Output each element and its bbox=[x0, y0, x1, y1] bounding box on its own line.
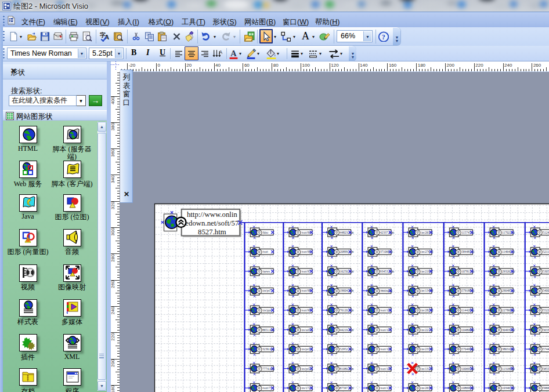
svg-text:/news: /news bbox=[262, 270, 270, 273]
svg-text:180: 180 bbox=[418, 63, 426, 68]
svg-text:/sort/110: /sort/110 bbox=[380, 386, 392, 390]
svg-text:19604.htm: 19604.htm bbox=[340, 289, 354, 292]
svg-text:380: 380 bbox=[111, 122, 115, 130]
svg-text:240: 240 bbox=[111, 306, 115, 314]
svg-text:200: 200 bbox=[447, 63, 455, 68]
svg-text:/hisc: /hisc bbox=[262, 231, 269, 234]
svg-text:81080.htm: 81080.htm bbox=[340, 367, 354, 371]
svg-text:93453.htm: 93453.htm bbox=[380, 270, 394, 273]
svg-text:5305: 5305 bbox=[543, 270, 549, 273]
svg-text:20899.htm: 20899.htm bbox=[340, 250, 354, 253]
svg-text:44823.htm: 44823.htm bbox=[340, 231, 354, 234]
svg-text:/sort/75: /sort/75 bbox=[262, 386, 272, 390]
svg-text:280: 280 bbox=[111, 254, 115, 262]
svg-text:44219.htm: 44219.htm bbox=[340, 328, 354, 332]
svg-text:400: 400 bbox=[111, 96, 115, 104]
svg-text:/zs/pps: /zs/pps bbox=[262, 308, 271, 312]
svg-text:5855: 5855 bbox=[543, 367, 549, 371]
svg-text:42337.htm: 42337.htm bbox=[380, 231, 394, 234]
svg-text:160: 160 bbox=[389, 63, 397, 68]
svg-text:260: 260 bbox=[111, 280, 115, 288]
svg-text:5211: 5211 bbox=[543, 250, 549, 253]
svg-text:180: 180 bbox=[111, 385, 115, 392]
svg-text:http://www.onlin: http://www.onlin bbox=[187, 210, 238, 219]
svg-text:/sort/94: /sort/94 bbox=[301, 231, 311, 234]
svg-text:320: 320 bbox=[111, 201, 115, 209]
svg-text:260: 260 bbox=[533, 63, 541, 68]
svg-text:20: 20 bbox=[186, 63, 192, 68]
svg-text:120: 120 bbox=[331, 63, 339, 68]
svg-text:5744: 5744 bbox=[543, 347, 549, 351]
svg-text:A: A bbox=[219, 49, 222, 55]
svg-text:16250.htm: 16250.htm bbox=[340, 270, 354, 273]
svg-text:100: 100 bbox=[302, 63, 310, 68]
svg-text:8527.htm: 8527.htm bbox=[198, 228, 226, 236]
svg-text:240: 240 bbox=[504, 63, 512, 68]
svg-text:140: 140 bbox=[360, 63, 368, 68]
svg-text:0: 0 bbox=[158, 63, 161, 68]
svg-text:5400: 5400 bbox=[543, 289, 549, 292]
svg-text:220: 220 bbox=[475, 63, 483, 68]
svg-text:5633: 5633 bbox=[543, 328, 549, 332]
svg-text:87597.htm: 87597.htm bbox=[340, 386, 354, 390]
svg-text:/sort: /sort bbox=[262, 250, 268, 253]
svg-text:40: 40 bbox=[215, 63, 221, 68]
svg-text:200: 200 bbox=[111, 359, 115, 367]
svg-text:?: ? bbox=[382, 33, 385, 41]
svg-text:300: 300 bbox=[111, 228, 115, 236]
svg-text:80: 80 bbox=[273, 63, 279, 68]
svg-text:5522: 5522 bbox=[543, 308, 549, 312]
svg-text:52952.htm: 52952.htm bbox=[340, 347, 354, 351]
svg-text:60: 60 bbox=[244, 63, 250, 68]
svg-text:/zs/ps7: /zs/ps7 bbox=[262, 289, 272, 292]
svg-text:-20: -20 bbox=[129, 63, 136, 68]
svg-text:220: 220 bbox=[111, 333, 115, 341]
svg-text:5124: 5124 bbox=[543, 231, 549, 234]
svg-text:edown.net/soft/57: edown.net/soft/57 bbox=[185, 219, 239, 227]
svg-text:360: 360 bbox=[111, 149, 115, 157]
svg-text:5966: 5966 bbox=[543, 386, 549, 390]
svg-text:A: A bbox=[230, 49, 237, 58]
svg-text:/sort/99: /sort/99 bbox=[301, 308, 311, 312]
svg-text:/sort/97: /sort/97 bbox=[301, 270, 311, 273]
svg-text:340: 340 bbox=[111, 175, 115, 183]
svg-text:/sort/98: /sort/98 bbox=[301, 289, 311, 292]
svg-text:/sort/96: /sort/96 bbox=[301, 250, 311, 253]
svg-text:76120.htm: 76120.htm bbox=[340, 308, 354, 312]
